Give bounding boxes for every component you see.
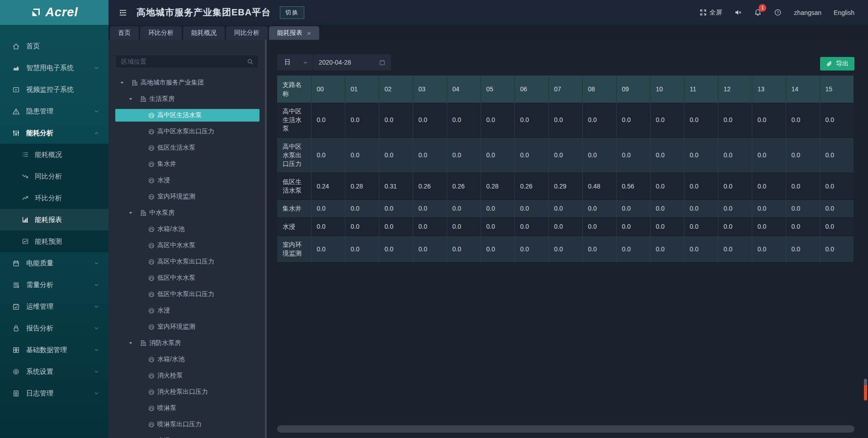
vertical-scrollbar-thumb[interactable]: [864, 379, 867, 385]
tree-node[interactable]: 水箱/水池: [108, 351, 265, 367]
sidebar-item-energy-report[interactable]: 能耗报表: [0, 209, 108, 231]
tab-energy-overview[interactable]: 能耗概况: [183, 26, 225, 40]
sidebar-item-system-settings[interactable]: 系统设置: [0, 361, 108, 382]
value-cell: 0.0: [684, 173, 718, 200]
tree-node[interactable]: 水浸: [108, 302, 265, 319]
building-icon: [140, 95, 147, 103]
sidebar-item-mom-analysis[interactable]: 环比分析: [0, 187, 108, 209]
table-header-cell: 08: [582, 75, 616, 103]
tab-yoy-analysis[interactable]: 同比分析: [226, 26, 268, 40]
building-icon: [131, 79, 138, 86]
tree-node[interactable]: 高区中水水泵: [108, 237, 265, 254]
tree-node[interactable]: 水浸: [108, 433, 265, 438]
tab-home[interactable]: 首页: [110, 26, 139, 40]
tree-node[interactable]: 消防水泵房: [108, 335, 265, 351]
sidebar-item-hazard[interactable]: 隐患管理: [0, 100, 108, 122]
tab-close-icon[interactable]: ×: [307, 30, 311, 37]
smart-power-icon: [12, 64, 20, 72]
export-button[interactable]: 导出: [820, 57, 854, 71]
switch-project-button[interactable]: 切换: [280, 6, 304, 19]
sidebar-item-energy-analysis[interactable]: 能耗分析: [0, 122, 108, 144]
tree-node[interactable]: 高中区生活水泵: [108, 107, 265, 123]
sidebar-item-yoy-analysis[interactable]: 同比分析: [0, 165, 108, 187]
tree-node[interactable]: 低区生活水泵: [108, 140, 265, 156]
horizontal-scrollbar[interactable]: [277, 425, 854, 433]
value-cell: 0.0: [548, 200, 582, 218]
tree-node-label: 喷淋泵: [157, 404, 176, 412]
tree-node[interactable]: 消火栓泵: [108, 367, 265, 384]
caret-down-icon[interactable]: [128, 96, 133, 102]
vertical-scrollbar-alert-thumb[interactable]: [864, 385, 867, 400]
header-main: 高地城市服务产业集团EBA平台 切换: [108, 0, 304, 25]
value-cell: 0.0: [752, 236, 786, 263]
notification-badge: 1: [759, 4, 766, 12]
sidebar-item-label: 电能质量: [26, 259, 53, 268]
value-cell: 0.28: [481, 173, 514, 200]
tree-node[interactable]: 喷淋泵: [108, 400, 265, 416]
tree-node[interactable]: 高区中水泵出口压力: [108, 254, 265, 270]
table-header-cell: 05: [481, 75, 514, 103]
caret-down-icon[interactable]: [128, 210, 133, 216]
area-tree-panel: 高地城市服务产业集团生活泵房高中区生活水泵高中区水泵出口压力低区生活水泵集水井水…: [108, 40, 267, 438]
tree-node[interactable]: 水箱/水池: [108, 221, 265, 237]
sidebar-item-smart-power[interactable]: 智慧用电子系统: [0, 57, 108, 79]
mute-button[interactable]: [734, 9, 742, 16]
tree-node[interactable]: 室内环境监测: [108, 188, 265, 205]
value-cell: 0.0: [345, 103, 379, 138]
tree-node[interactable]: 高中区水泵出口压力: [108, 123, 265, 140]
sidebar-item-energy-overview[interactable]: 能耗概况: [0, 144, 108, 165]
tree-node[interactable]: 消火栓泵出口压力: [108, 384, 265, 400]
tree-node-label: 消火栓泵出口压力: [157, 388, 208, 396]
tree-node[interactable]: 水浸: [108, 172, 265, 188]
gauge-icon: [148, 307, 155, 314]
sidebar-item-video-monitor[interactable]: 视频监控子系统: [0, 79, 108, 100]
sidebar-item-ops-management[interactable]: 运维管理: [0, 296, 108, 317]
sidebar-item-home[interactable]: 首页: [0, 35, 108, 57]
report-toolbar: 日 2020-04-28 导出: [277, 54, 854, 71]
table-row: 高中区生活水泵0.00.00.00.00.00.00.00.00.00.00.0…: [277, 103, 854, 138]
sidebar-item-demand-analysis[interactable]: 需量分析: [0, 274, 108, 296]
tree-search-box: [115, 55, 259, 68]
tree-node[interactable]: 低区中水水泵: [108, 270, 265, 286]
search-icon[interactable]: [247, 58, 254, 65]
period-select[interactable]: 日: [277, 54, 313, 71]
tree-node[interactable]: 中水泵房: [108, 205, 265, 221]
date-picker[interactable]: 2020-04-28: [313, 54, 391, 71]
search-input[interactable]: [121, 58, 247, 65]
language-switch[interactable]: English: [834, 9, 854, 16]
sidebar-item-energy-forecast[interactable]: 能耗预测: [0, 231, 108, 252]
tree-node[interactable]: 集水井: [108, 156, 265, 172]
tab-mom-analysis[interactable]: 环比分析: [140, 26, 182, 40]
tree-node[interactable]: 室内环境监测: [108, 319, 265, 335]
sidebar-collapse-button[interactable]: [118, 8, 127, 17]
caret-down-icon[interactable]: [119, 80, 125, 85]
value-cell: 0.0: [820, 200, 854, 218]
sidebar-item-label: 能耗分析: [26, 129, 53, 137]
sidebar-item-base-data[interactable]: 基础数据管理: [0, 339, 108, 361]
value-cell: 0.0: [514, 236, 548, 263]
sidebar-item-report-analysis[interactable]: 报告分析: [0, 317, 108, 339]
tree-node[interactable]: 低区中水泵出口压力: [108, 286, 265, 302]
power-quality-icon: [12, 259, 20, 267]
user-menu[interactable]: zhangsan: [794, 9, 821, 16]
sidebar-item-log-management[interactable]: 日志管理: [0, 382, 108, 404]
value-cell: 0.0: [345, 218, 379, 236]
value-cell: 0.0: [514, 218, 548, 236]
tree-node[interactable]: 喷淋泵出口压力: [108, 416, 265, 433]
help-button[interactable]: ?: [774, 9, 782, 16]
tab-energy-report[interactable]: 能耗报表×: [269, 26, 319, 40]
value-cell: 0.0: [447, 138, 481, 173]
sidebar-item-power-quality[interactable]: 电能质量: [0, 252, 108, 274]
value-cell: 0.0: [548, 138, 582, 173]
tree-node[interactable]: 高地城市服务产业集团: [108, 75, 265, 91]
caret-down-icon[interactable]: [128, 340, 133, 346]
tree-node[interactable]: 生活泵房: [108, 91, 265, 107]
vertical-scrollbar[interactable]: [864, 379, 867, 400]
value-cell: 0.0: [718, 138, 752, 173]
fullscreen-button[interactable]: 全屏: [699, 9, 722, 17]
notifications-button[interactable]: 1: [754, 9, 762, 16]
sidebar-item-label: 需量分析: [26, 281, 53, 289]
value-cell: 0.0: [786, 218, 820, 236]
table-header-cell: 09: [616, 75, 650, 103]
date-picker-value: 2020-04-28: [319, 59, 351, 66]
